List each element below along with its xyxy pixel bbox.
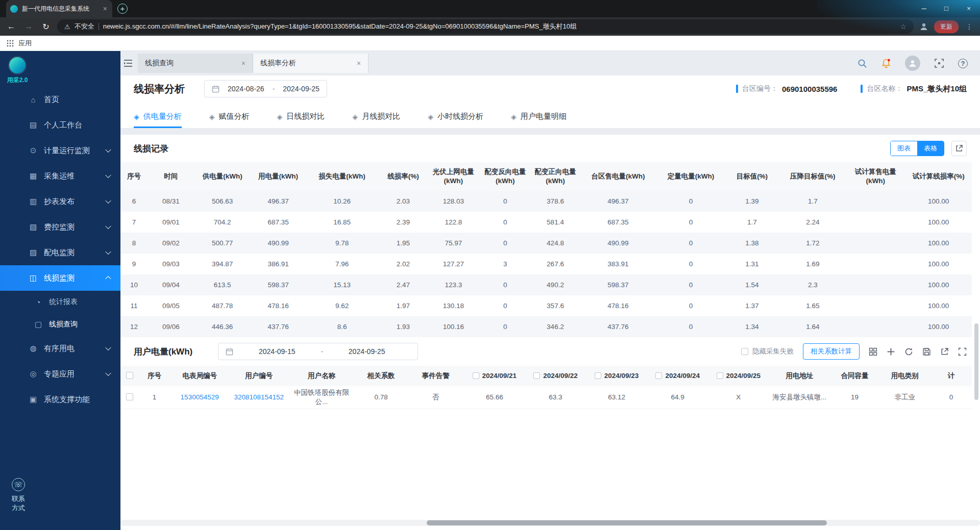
user-no-link[interactable]: 3208108154152: [234, 393, 284, 401]
station-name-label: 台区名称：: [867, 84, 902, 93]
sidebar-item-distribution-monitor[interactable]: ▨配电监测: [0, 240, 120, 265]
hide-failed-toggle[interactable]: 隐藏采集失败: [741, 347, 794, 356]
vertical-scrollbar[interactable]: [974, 323, 978, 400]
chevron-down-icon: [105, 172, 111, 178]
column-header: 2024/09/25: [708, 366, 769, 386]
page-tab-line-loss-query[interactable]: 线损查询×: [138, 54, 253, 73]
ue-date-end-value[interactable]: 2024-09-25: [349, 347, 385, 356]
bookmark-star-icon[interactable]: ☆: [900, 22, 906, 31]
table-row: 608/31506.63496.3710.262.03128.030378.64…: [120, 191, 972, 212]
sidebar-item-meter-reading[interactable]: ▥抄表发布: [0, 189, 120, 214]
date-end-value[interactable]: 2024-09-25: [283, 85, 320, 93]
tab-daily-loss-compare[interactable]: ◈日线损对比: [277, 112, 325, 128]
fullscreen-icon[interactable]: [934, 58, 944, 68]
statistics-report-icon: ◔: [34, 298, 43, 307]
grid-view-icon[interactable]: [869, 347, 877, 356]
apps-grid-icon[interactable]: [6, 39, 14, 47]
chrome-update-button[interactable]: 更新: [934, 20, 959, 33]
user-avatar[interactable]: [905, 56, 920, 71]
search-icon[interactable]: [857, 59, 867, 68]
column-header: 计: [930, 366, 972, 386]
forward-button[interactable]: →: [22, 22, 35, 31]
topbar-actions: ?: [857, 56, 980, 71]
analysis-date-range[interactable]: 2024-08-26 - 2024-09-25: [204, 80, 327, 97]
sidebar-item-line-loss[interactable]: ◫线损监测: [0, 265, 120, 291]
column-select-checkbox[interactable]: [533, 372, 540, 379]
window-minimize-button[interactable]: ─: [913, 0, 935, 17]
browser-menu-icon[interactable]: ⋮: [964, 22, 975, 31]
table-row: 709/01704.2687.3516.852.39122.80581.4687…: [120, 212, 972, 233]
chart-view-button[interactable]: 图表: [891, 141, 917, 156]
save-icon[interactable]: [922, 347, 931, 356]
tab-close-icon[interactable]: ×: [357, 59, 361, 67]
column-header: 线损率(%): [378, 162, 428, 191]
column-select-checkbox[interactable]: [655, 372, 662, 379]
column-select-checkbox[interactable]: [595, 372, 601, 379]
new-tab-button[interactable]: +: [117, 4, 128, 14]
sidebar-item-label: 首页: [44, 95, 59, 105]
sidebar-item-special-app[interactable]: ◎专题应用: [0, 361, 120, 387]
correlation-calc-button[interactable]: 相关系数计算: [803, 343, 860, 360]
ue-date-start-value[interactable]: 2024-09-15: [259, 347, 296, 356]
profile-icon[interactable]: [919, 21, 929, 32]
refresh-icon[interactable]: [904, 347, 913, 356]
sidebar-item-workbench[interactable]: ▤个人工作台: [0, 112, 120, 138]
help-icon[interactable]: ?: [958, 59, 968, 68]
export-file-icon[interactable]: [940, 347, 949, 356]
table-cell: 0: [478, 191, 531, 212]
export-button[interactable]: [951, 141, 967, 156]
table-cell: 1.37: [724, 295, 779, 316]
window-close-button[interactable]: ×: [958, 0, 980, 17]
table-cell: X: [708, 386, 769, 409]
tab-monthly-loss-compare[interactable]: ◈月线损对比: [352, 112, 400, 128]
browser-tab[interactable]: 新一代用电信息采集系统 ×: [6, 0, 112, 17]
tab-close-icon[interactable]: ×: [102, 5, 108, 13]
horizontal-scrollbar-thumb[interactable]: [427, 520, 827, 525]
address-bar[interactable]: ⚠ 不安全 neweic.js.sgcc.com.cn/#/llm/line/L…: [57, 19, 914, 34]
contact-block[interactable]: ☏ 联系 方式: [5, 478, 32, 513]
sidebar-item-metering-monitor[interactable]: ⊙计量运行监测: [0, 138, 120, 163]
row-checkbox[interactable]: [126, 393, 133, 400]
table-cell: 2.24: [780, 212, 846, 233]
hide-failed-checkbox[interactable]: [741, 348, 748, 355]
chevron-down-icon: [105, 198, 111, 204]
sidebar-item-system-support[interactable]: ▣系统支撑功能: [0, 387, 120, 412]
tab-close-icon[interactable]: ×: [241, 59, 246, 67]
sidebar-item-home[interactable]: ⌂首页: [0, 87, 120, 112]
page-tab-line-rate-analysis[interactable]: 线损率分析×: [253, 54, 369, 73]
table-cell: 487.78: [194, 295, 251, 316]
select-all-checkbox[interactable]: [126, 372, 133, 379]
back-button[interactable]: ←: [5, 22, 17, 31]
sidebar-item-fee-control[interactable]: ▧费控监测: [0, 214, 120, 240]
url-text[interactable]: neweic.js.sgcc.com.cn/#/llm/line/LineRat…: [103, 22, 896, 31]
user-energy-date-range[interactable]: 2024-09-15 - 2024-09-25: [218, 343, 418, 360]
bookmark-apps-label[interactable]: 应用: [18, 39, 32, 48]
sidebar-item-statistics-report[interactable]: ◔统计报表: [0, 291, 120, 313]
sidebar-item-line-loss-query[interactable]: ▢线损查询: [0, 313, 120, 336]
notification-bell-icon[interactable]: [881, 58, 891, 68]
reload-button[interactable]: ↻: [40, 22, 52, 32]
sidebar-item-collection-ops[interactable]: ▦采集运维: [0, 163, 120, 189]
table-cell: 09/06: [148, 316, 194, 337]
column-header: 2024/09/24: [647, 366, 708, 386]
sidebar-item-orderly-power[interactable]: ◍有序用电: [0, 336, 120, 361]
horizontal-scrollbar-track[interactable]: [120, 520, 980, 526]
security-warning-icon[interactable]: ⚠: [64, 23, 70, 31]
subtab-label: 月线损对比: [362, 112, 400, 121]
expand-icon[interactable]: [958, 347, 967, 356]
sidebar-collapse-icon[interactable]: [124, 59, 133, 67]
sidebar-item-label: 抄表发布: [44, 197, 75, 207]
column-header-label: 相关系数: [368, 372, 395, 380]
table-cell: 12: [120, 316, 148, 337]
window-maximize-button[interactable]: □: [935, 0, 958, 17]
column-select-checkbox[interactable]: [717, 372, 723, 379]
date-start-value[interactable]: 2024-08-26: [228, 85, 264, 93]
tab-supply-analysis[interactable]: ◈供电量分析: [134, 112, 182, 128]
column-select-checkbox[interactable]: [473, 372, 479, 379]
tab-user-energy-detail[interactable]: ◈用户电量明细: [511, 112, 567, 128]
table-view-button[interactable]: 表格: [917, 141, 944, 156]
add-icon[interactable]: [887, 347, 895, 356]
meter-no-link[interactable]: 1530054529: [181, 393, 219, 401]
tab-hourly-loss-analysis[interactable]: ◈小时线损分析: [428, 112, 483, 128]
tab-assignment-analysis[interactable]: ◈赋值分析: [209, 112, 250, 128]
